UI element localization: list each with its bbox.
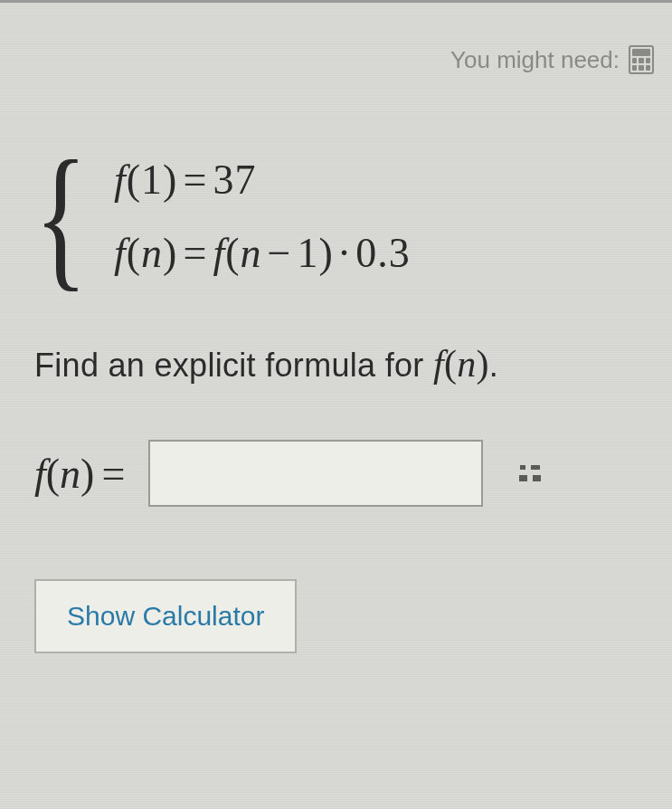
show-calculator-button[interactable]: Show Calculator xyxy=(34,579,297,653)
answer-input[interactable] xyxy=(150,442,519,505)
calculator-icon[interactable] xyxy=(629,45,654,74)
problem-prompt: Find an explicit formula for f(n). xyxy=(34,342,654,385)
left-brace-icon: { xyxy=(34,136,88,297)
prompt-suffix: . xyxy=(489,347,498,384)
math-keypad-icon[interactable] xyxy=(519,442,552,505)
top-border xyxy=(0,0,672,3)
problem-content: { f(1)=37 f(n)=f(n−1)·0.3 Find an explic… xyxy=(34,136,654,653)
hint-row: You might need: xyxy=(450,45,654,74)
equation-base-case: f(1)=37 xyxy=(114,156,411,204)
answer-input-container[interactable] xyxy=(148,440,483,507)
answer-row: f(n)= xyxy=(34,440,654,507)
prompt-prefix: Find an explicit formula for xyxy=(34,347,433,384)
hint-label: You might need: xyxy=(450,46,620,74)
prompt-variable: f(n) xyxy=(433,343,489,385)
equation-group: f(1)=37 f(n)=f(n−1)·0.3 xyxy=(114,136,411,297)
equation-recursive-case: f(n)=f(n−1)·0.3 xyxy=(114,229,411,277)
recursive-definition: { f(1)=37 f(n)=f(n−1)·0.3 xyxy=(34,136,654,297)
answer-label: f(n)= xyxy=(34,450,132,498)
